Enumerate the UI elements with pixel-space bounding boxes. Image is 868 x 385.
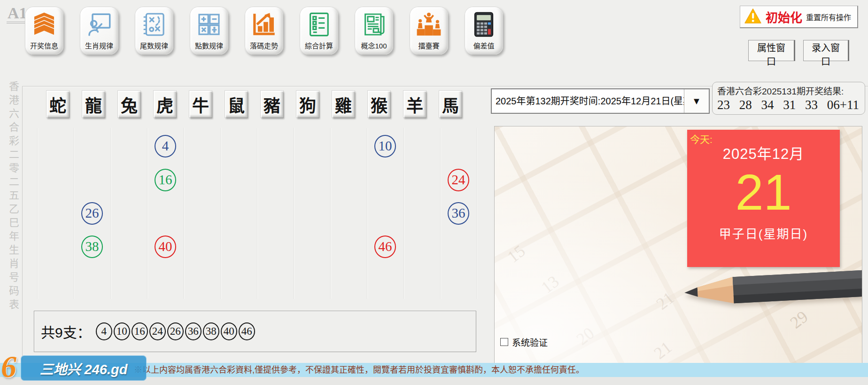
faint-calendar-number: 21 bbox=[652, 288, 678, 314]
faint-calendar-number: 21 bbox=[650, 337, 675, 363]
grid-column-line bbox=[257, 128, 257, 299]
barchart-icon bbox=[251, 11, 277, 38]
number-ball-26: 26 bbox=[81, 202, 103, 225]
draw-info-button[interactable]: 开奖信息 bbox=[25, 7, 63, 55]
dropdown-arrow-icon[interactable]: ▼ bbox=[684, 89, 709, 113]
initialize-label: 初始化 bbox=[766, 8, 802, 25]
result-numbers: 23 28 34 31 33 06+11 bbox=[717, 98, 860, 112]
zodiac-tab-10[interactable]: 猴 bbox=[368, 91, 390, 118]
draw-period-value: 2025年第132期开奖时间:2025年12月21日(星期日) bbox=[492, 89, 684, 113]
math-grid-icon bbox=[196, 11, 222, 38]
property-window-button[interactable]: 属性窗口 bbox=[748, 40, 795, 61]
watermark-text: 三地兴 246.gd bbox=[40, 358, 128, 378]
tool-label: 概念100 bbox=[361, 40, 387, 50]
grid-column-line bbox=[220, 128, 221, 299]
grid-column-line bbox=[477, 128, 477, 299]
podium-icon bbox=[416, 11, 442, 38]
summary-balls: 41016242636384046 bbox=[96, 322, 255, 340]
summary-ball-10: 10 bbox=[114, 322, 130, 340]
grid-column-line bbox=[184, 128, 184, 299]
system-verify-checkbox[interactable]: 系统验证 bbox=[500, 336, 548, 348]
zodiac-tab-2[interactable]: 龍 bbox=[82, 91, 105, 118]
composite-calc-button[interactable]: 綜合計算 bbox=[300, 7, 338, 55]
tool-label: 生肖规律 bbox=[85, 40, 113, 50]
number-ball-16: 16 bbox=[155, 169, 176, 191]
grid-column-line bbox=[294, 128, 294, 299]
grid-column-line bbox=[110, 128, 111, 299]
number-ball-36: 36 bbox=[448, 202, 469, 225]
strategy-icon bbox=[141, 11, 167, 38]
summary-ball-40: 40 bbox=[221, 322, 237, 340]
summary-ball-24: 24 bbox=[149, 322, 166, 340]
number-trend-button[interactable]: 落碼走勢 bbox=[245, 7, 283, 55]
summary-panel: 共9支： 41016242636384046 bbox=[34, 311, 476, 352]
zodiac-rules-button[interactable]: 生肖规律 bbox=[80, 7, 118, 55]
summary-ball-26: 26 bbox=[167, 322, 184, 340]
result-title: 香港六合彩2025131期开奖结果: bbox=[717, 84, 860, 97]
zodiac-tab-8[interactable]: 狗 bbox=[296, 91, 319, 118]
presenter-icon bbox=[86, 11, 112, 38]
tool-label: 擂臺賽 bbox=[418, 40, 439, 50]
entry-window-button[interactable]: 录入窗口 bbox=[803, 40, 849, 61]
number-ball-24: 24 bbox=[448, 169, 469, 191]
summary-ball-16: 16 bbox=[132, 322, 148, 340]
deviation-button[interactable]: 偏差值 bbox=[465, 7, 503, 55]
grid-column-line bbox=[37, 128, 38, 299]
left-vertical-title: 香港六合彩二零二五乙巳年生肖号码表 bbox=[5, 81, 20, 313]
number-ball-46: 46 bbox=[374, 236, 396, 258]
tool-label: 綜合計算 bbox=[305, 40, 333, 50]
today-label: 今天: bbox=[690, 132, 713, 146]
tool-label: 點數规律 bbox=[195, 40, 223, 50]
pencil-image bbox=[678, 264, 862, 311]
tool-label: 开奖信息 bbox=[30, 40, 58, 50]
grid-column-line bbox=[367, 128, 367, 299]
grid-column-line bbox=[330, 128, 331, 299]
last-result-panel: 香港六合彩2025131期开奖结果: 23 28 34 31 33 06+11 bbox=[712, 82, 865, 115]
zodiac-tab-6[interactable]: 鼠 bbox=[225, 91, 248, 118]
initialize-button[interactable]: 初始化 重置所有操作 bbox=[740, 6, 858, 28]
draw-period-select[interactable]: 2025年第132期开奖时间:2025年12月21日(星期日) ▼ bbox=[491, 88, 710, 114]
zodiac-tab-5[interactable]: 牛 bbox=[189, 91, 212, 118]
zodiac-tabs: 蛇龍兔虎牛鼠豬狗雞猴羊馬 bbox=[46, 91, 462, 118]
grid-column-line bbox=[74, 128, 74, 299]
points-rules-button[interactable]: 點數规律 bbox=[190, 7, 228, 55]
calendar-day: 21 bbox=[687, 167, 840, 218]
zodiac-tab-7[interactable]: 豬 bbox=[261, 91, 283, 118]
zodiac-tab-9[interactable]: 雞 bbox=[332, 91, 355, 118]
number-ball-40: 40 bbox=[155, 236, 176, 258]
zodiac-tab-4[interactable]: 虎 bbox=[154, 91, 176, 118]
watermark-box: 三地兴 246.gd bbox=[21, 355, 147, 381]
checklist-icon bbox=[306, 11, 332, 38]
watermark: 6 三地兴 246.gd bbox=[0, 350, 155, 385]
concept-100-button[interactable]: 概念100 bbox=[355, 7, 393, 55]
initialize-sublabel: 重置所有操作 bbox=[806, 11, 851, 23]
warning-icon bbox=[744, 8, 762, 26]
summary-ball-38: 38 bbox=[203, 322, 219, 340]
books-icon bbox=[31, 11, 57, 38]
zodiac-tab-1[interactable]: 蛇 bbox=[46, 91, 69, 118]
arena-button[interactable]: 擂臺賽 bbox=[410, 7, 448, 55]
summary-ball-46: 46 bbox=[239, 322, 255, 340]
number-ball-10: 10 bbox=[374, 135, 396, 157]
tail-rules-button[interactable]: 尾数规律 bbox=[135, 7, 173, 55]
faint-calendar-number: 13 bbox=[537, 271, 563, 297]
grid-column-line bbox=[147, 128, 147, 299]
number-ball-38: 38 bbox=[81, 236, 103, 258]
calendar-photo-panel: 13202121222915 今天: 2025年12月 21 甲子日(星期日) … bbox=[494, 126, 862, 366]
zodiac-tab-12[interactable]: 馬 bbox=[439, 91, 462, 118]
checkbox-label: 系统验证 bbox=[512, 336, 548, 348]
calendar-day-info: 甲子日(星期日) bbox=[687, 224, 840, 242]
tool-label: 落碼走勢 bbox=[250, 40, 278, 50]
tool-label: 尾数规律 bbox=[140, 40, 168, 50]
summary-ball-4: 4 bbox=[96, 322, 112, 340]
checkbox-box[interactable] bbox=[500, 338, 508, 346]
zodiac-tab-11[interactable]: 羊 bbox=[403, 91, 426, 118]
app-window: A1 开奖信息 生肖规律 尾数规律 點數规律 落碼走勢 bbox=[0, 0, 868, 385]
zodiac-tab-3[interactable]: 兔 bbox=[118, 91, 140, 118]
number-ball-4: 4 bbox=[155, 135, 176, 157]
watermark-logo: 6 bbox=[1, 349, 16, 385]
toolbar: 开奖信息 生肖规律 尾数规律 點數规律 落碼走勢 綜合計算 bbox=[25, 7, 503, 55]
faint-calendar-number: 15 bbox=[504, 241, 529, 267]
grid-column-line bbox=[403, 128, 404, 299]
grid-column-line bbox=[440, 128, 441, 299]
